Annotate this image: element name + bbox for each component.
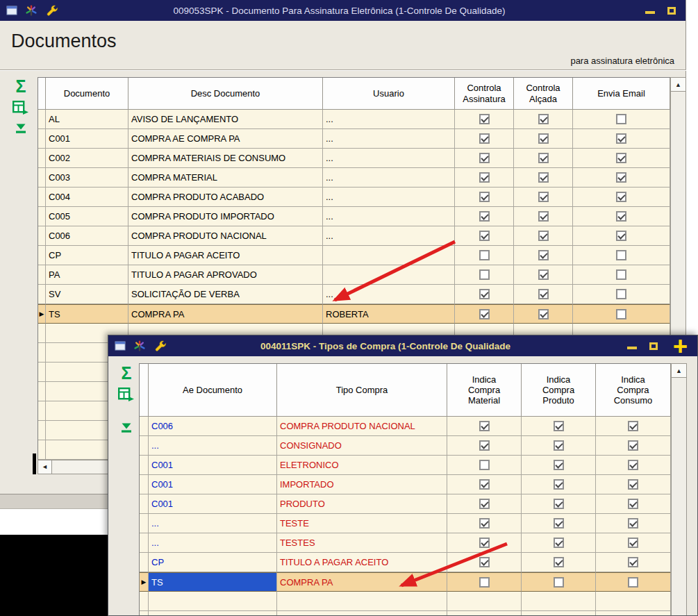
scroll-up-button[interactable]: ▲: [672, 364, 686, 378]
ae-documento-cell[interactable]: TS: [149, 572, 277, 592]
usuario-cell[interactable]: ...: [323, 168, 455, 188]
grid-row[interactable]: C001PRODUTO: [140, 494, 671, 514]
grid-row[interactable]: C001IMPORTADO: [140, 475, 671, 494]
desc-documento-cell[interactable]: TITULO A PAGAR APROVADO: [128, 265, 323, 285]
controla-assinatura-checkbox[interactable]: [479, 153, 490, 163]
usuario-cell[interactable]: ...: [323, 207, 455, 226]
desc-documento-cell[interactable]: COMPRA MATERIAL: [128, 168, 323, 188]
usuario-cell[interactable]: [323, 265, 455, 285]
grid-row[interactable]: CPTITULO A PAGAR ACEITO: [38, 246, 670, 265]
column-header-indica-compra-consumo[interactable]: Indica Compra Consumo: [596, 364, 671, 417]
tipo-compra-cell[interactable]: COMPRA PA: [277, 572, 447, 592]
envia-email-checkbox[interactable]: [616, 250, 626, 260]
indica-compra-produto-cell[interactable]: [522, 436, 596, 456]
controla-assinatura-cell[interactable]: [455, 265, 514, 285]
envia-email-checkbox[interactable]: [616, 133, 626, 144]
tipo-compra-cell[interactable]: CONSIGNADO: [277, 436, 447, 456]
desc-documento-cell[interactable]: COMPRA PRODUTO IMPORTADO: [128, 207, 323, 226]
ae-documento-cell[interactable]: C001: [149, 494, 277, 514]
controla-assinatura-cell[interactable]: [455, 149, 514, 168]
documento-cell[interactable]: C002: [46, 149, 128, 168]
documento-cell[interactable]: C004: [46, 188, 128, 207]
envia-email-checkbox[interactable]: [616, 309, 626, 319]
indica-compra-produto-cell[interactable]: [522, 533, 596, 553]
export-grid-icon[interactable]: [118, 388, 135, 403]
controla-alcada-checkbox[interactable]: [538, 192, 549, 202]
grid-row[interactable]: CPTITULO A PAGAR ACEITO: [140, 553, 671, 572]
grid-row[interactable]: C003COMPRA MATERIAL...: [38, 168, 670, 188]
tipo-compra-cell[interactable]: TITULO A PAGAR ACEITO: [277, 553, 447, 572]
column-header-documento[interactable]: Documento: [46, 78, 128, 110]
controla-assinatura-cell[interactable]: [455, 246, 514, 265]
controla-assinatura-checkbox[interactable]: [479, 133, 490, 144]
indica-compra-produto-checkbox[interactable]: [554, 499, 564, 509]
controla-alcada-checkbox[interactable]: [538, 269, 549, 280]
indica-compra-produto-checkbox[interactable]: [554, 577, 564, 588]
envia-email-checkbox[interactable]: [616, 289, 626, 299]
splitter-handle[interactable]: [33, 453, 36, 474]
grid-row[interactable]: C001ELETRONICO: [140, 456, 671, 475]
indica-compra-produto-checkbox[interactable]: [554, 538, 564, 548]
indica-compra-produto-cell[interactable]: [522, 417, 596, 436]
indica-compra-material-cell[interactable]: [447, 456, 522, 475]
column-header-tipo-compra[interactable]: Tipo Compra: [277, 364, 447, 417]
grid-row[interactable]: ALAVISO DE LANÇAMENTO...: [38, 110, 670, 129]
grid-row[interactable]: C001COMPRA AE COMPRA PA...: [38, 129, 670, 149]
indica-compra-produto-checkbox[interactable]: [554, 557, 564, 567]
controla-alcada-checkbox[interactable]: [538, 231, 549, 241]
indica-compra-material-checkbox[interactable]: [479, 557, 490, 567]
controla-alcada-cell[interactable]: [514, 168, 573, 188]
documento-cell[interactable]: CP: [46, 246, 128, 265]
grid-row[interactable]: PATITULO A PAGAR APROVADO: [38, 265, 670, 285]
indica-compra-material-checkbox[interactable]: [479, 538, 490, 548]
envia-email-checkbox[interactable]: [616, 114, 626, 124]
indica-compra-material-cell[interactable]: [447, 475, 522, 494]
controla-assinatura-checkbox[interactable]: [479, 172, 490, 183]
tipo-compra-cell[interactable]: ELETRONICO: [277, 456, 447, 475]
envia-email-checkbox[interactable]: [616, 172, 626, 183]
indica-compra-material-checkbox[interactable]: [479, 499, 490, 509]
minimize-button[interactable]: [627, 347, 637, 349]
controla-alcada-cell[interactable]: [514, 188, 573, 207]
envia-email-checkbox[interactable]: [616, 269, 626, 280]
documento-cell[interactable]: C001: [46, 129, 128, 149]
grid-row[interactable]: SVSOLICITAÇÃO DE VERBA...: [38, 285, 670, 304]
envia-email-checkbox[interactable]: [616, 231, 626, 241]
indica-compra-consumo-checkbox[interactable]: [628, 538, 638, 548]
controla-assinatura-checkbox[interactable]: [479, 289, 490, 299]
indica-compra-produto-checkbox[interactable]: [554, 421, 564, 431]
scroll-up-button[interactable]: ▲: [671, 78, 685, 92]
envia-email-checkbox[interactable]: [616, 153, 626, 163]
ae-documento-cell[interactable]: ...: [149, 514, 277, 533]
minimize-button[interactable]: [645, 11, 655, 14]
indica-compra-produto-checkbox[interactable]: [554, 479, 564, 490]
grid-row[interactable]: C006COMPRA PRODUTO NACIONAL: [140, 417, 671, 436]
controla-assinatura-checkbox[interactable]: [479, 250, 490, 260]
envia-email-cell[interactable]: [573, 246, 670, 265]
indica-compra-produto-cell[interactable]: [522, 456, 596, 475]
download-icon[interactable]: [14, 123, 28, 137]
tipo-compra-cell[interactable]: COMPRA PRODUTO NACIONAL: [277, 417, 447, 436]
indica-compra-material-cell[interactable]: [447, 572, 522, 592]
indica-compra-consumo-cell[interactable]: [596, 417, 671, 436]
documento-cell[interactable]: PA: [46, 265, 128, 285]
indica-compra-produto-cell[interactable]: [522, 514, 596, 533]
indica-compra-material-cell[interactable]: [447, 533, 522, 553]
sum-icon[interactable]: Σ: [15, 78, 26, 94]
indica-compra-material-cell[interactable]: [447, 417, 522, 436]
usuario-cell[interactable]: ...: [323, 149, 455, 168]
wrench-icon[interactable]: [45, 5, 58, 17]
controla-alcada-checkbox[interactable]: [538, 309, 549, 319]
ae-documento-cell[interactable]: ...: [149, 533, 277, 553]
column-header-controla-assinatura[interactable]: Controla Assinatura: [455, 78, 514, 110]
indica-compra-consumo-checkbox[interactable]: [628, 577, 638, 588]
indica-compra-material-checkbox[interactable]: [479, 518, 490, 528]
controla-alcada-cell[interactable]: [514, 246, 573, 265]
column-header-usuario[interactable]: Usuario: [323, 78, 455, 110]
indica-compra-consumo-cell[interactable]: [596, 436, 671, 456]
desc-documento-cell[interactable]: SOLICITAÇÃO DE VERBA: [128, 285, 323, 304]
envia-email-checkbox[interactable]: [616, 192, 626, 202]
controla-alcada-checkbox[interactable]: [538, 211, 549, 222]
indica-compra-material-cell[interactable]: [447, 514, 522, 533]
grid-row[interactable]: ▶TSCOMPRA PAROBERTA: [38, 304, 670, 324]
